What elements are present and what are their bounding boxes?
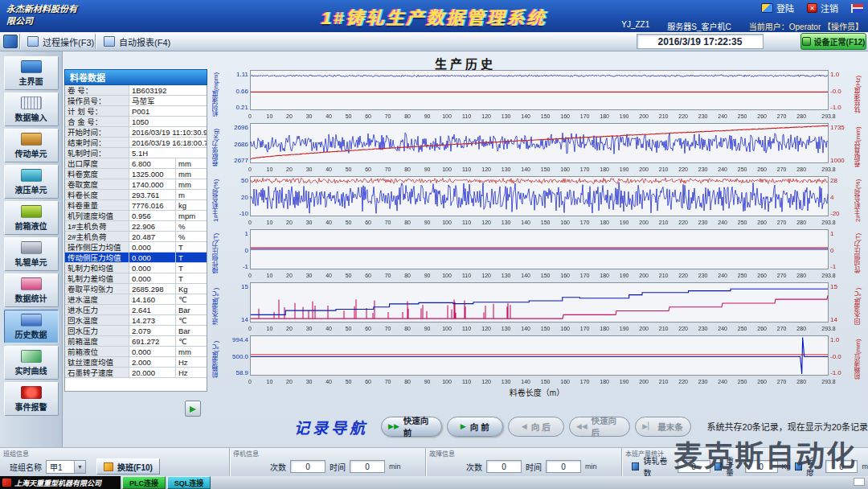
logout-button[interactable]: ✕ 注销 <box>807 2 838 14</box>
chart-right-axis-label: 传动侧压力(T) <box>853 227 863 280</box>
chart-left-axis-label: 1#主机负荷(%) <box>211 174 221 227</box>
row-value: 6.800 <box>129 158 176 168</box>
fast-back-icon: ◀◀ <box>576 422 588 430</box>
nav-button-fast-back: ◀◀快速向后 <box>569 417 630 437</box>
device-status-icon <box>802 37 811 46</box>
row-unit: ℃ <box>176 336 207 346</box>
change-shift-icon <box>104 462 113 471</box>
fault-count-label: 次数 <box>466 461 482 473</box>
row-unit: Hz <box>176 368 207 377</box>
row-label: 进水压力 <box>65 305 129 314</box>
tab-auto-report[interactable]: 自动报表(F4) <box>97 32 177 51</box>
row-unit: mm <box>176 169 207 179</box>
downtime-count-label: 次数 <box>270 461 286 473</box>
chart-panel: 卷取张力(Kg)卷取直径(mm) <box>211 121 863 174</box>
sidebar-item-history-data[interactable]: 历史数据 <box>4 310 59 343</box>
current-user: 当前用户：Operator 【操作员】 <box>749 20 863 32</box>
tabbar: 过程操作(F3) 自动报表(F4) 2016/3/19 17:22:35 设备正… <box>0 32 868 51</box>
nav-button-forward[interactable]: ▶向 前 <box>447 417 503 437</box>
sidebar-item-data-stats[interactable]: 数据统计 <box>4 273 59 307</box>
row-value: 0.000 <box>129 273 176 283</box>
fault-time-label: 时间 <box>526 461 542 473</box>
row-unit: mpm <box>176 211 207 220</box>
row-value: 2016/03/19 11:10:30.9 <box>129 127 207 137</box>
fault-time-value: 0 <box>546 460 581 473</box>
window-icon[interactable] <box>3 35 18 48</box>
coil-data-panel: 料卷数据 卷 号：1B603192操作员号：马堃军计 划 号：P001合 金 号… <box>64 69 207 392</box>
nav-button-label: 快速向前 <box>403 414 435 438</box>
device-status-button[interactable]: 设备正常(F12) <box>800 33 866 50</box>
row-unit: kg <box>176 200 207 210</box>
change-shift-button[interactable]: 换班(F10) <box>96 458 160 475</box>
row-value: 1740.000 <box>129 179 176 189</box>
row-label: 料卷长度 <box>65 190 129 199</box>
row-value: 马堃军 <box>129 96 207 105</box>
record-count-summary: 系统共存20条记录，现在显示为20条记录 <box>707 420 868 433</box>
row-label: 传动侧压力均值 <box>65 253 129 262</box>
process-tab-icon <box>27 36 39 47</box>
sidebar-item-label: 事件报警 <box>15 401 47 413</box>
logout-icon: ✕ <box>807 3 817 13</box>
row-value: 2.079 <box>129 326 176 335</box>
fault-count-value: 0 <box>486 460 522 473</box>
chart-right-axis-label: 卷取直径(mm) <box>853 121 863 174</box>
sql-connect-button[interactable]: SQL连接 <box>167 476 211 489</box>
logout-label: 注销 <box>821 2 838 14</box>
row-value: 2016/03/19 16:18:00.7 <box>129 138 207 147</box>
row-label: 回水温度 <box>65 315 129 325</box>
station-name: YJ_ZZ1 <box>621 20 649 32</box>
row-value: 20.000 <box>129 368 176 377</box>
shift-info-group: 班组信息 班组名称 甲1 ▼ 换班(F10) <box>0 448 230 476</box>
resize-grip <box>854 478 865 486</box>
coil-count-label: 铸轧卷数 <box>643 454 673 479</box>
login-button[interactable]: 登陆 <box>761 2 794 14</box>
sidebar-item-data-input[interactable]: 数据输入 <box>4 92 59 126</box>
table-row[interactable]: 石墨转子速度20.000Hz <box>65 368 207 378</box>
level-icon <box>21 205 42 218</box>
row-label: 轧制力差均值 <box>65 273 129 283</box>
chart-right-axis-label: 2#主机负荷(%) <box>853 174 863 227</box>
row-unit: mm <box>176 158 207 168</box>
back-icon: ◀ <box>522 422 527 430</box>
forward-icon: ▶ <box>461 422 466 430</box>
sidebar-item-main[interactable]: 主界面 <box>4 56 59 90</box>
row-unit: T <box>176 253 207 262</box>
datetime-display: 2016/3/19 17:22:35 <box>637 34 764 49</box>
sidebar-item-label: 数据输入 <box>15 111 47 123</box>
sidebar-item-event-alarm[interactable]: 事件报警 <box>4 382 59 416</box>
row-label: 机列速度均值 <box>65 211 129 220</box>
export-icon[interactable] <box>185 401 201 417</box>
row-label: 开始时间： <box>65 127 129 137</box>
tab-process-operation[interactable]: 过程操作(F3) <box>21 32 100 51</box>
main-content: 生产历史 料卷数据 卷 号：1B603192操作员号：马堃军计 划 号：P001… <box>63 51 868 447</box>
record-navigation: 记录导航 ▶▶快速向前▶向 前◀向 后◀◀快速向后▶▏最末条 系统共存20条记录… <box>63 415 868 438</box>
status-bar: 上海天重重型机器有限公司 PLC连接 SQL连接 <box>0 476 868 489</box>
downtime-time-value: 0 <box>350 460 385 473</box>
row-value: 0.000 <box>129 347 176 356</box>
sidebar-item-hydraulic-unit[interactable]: 液压单元 <box>4 165 59 199</box>
row-value: 293.761 <box>129 190 176 199</box>
nav-button-fast-forward[interactable]: ▶▶快速向前 <box>381 417 442 437</box>
topbar: 永杰新材料股份有 限公司 1#铸轧生产数据管理系统 登陆 ✕ 注销 YJ_ZZ1… <box>0 0 868 32</box>
row-label: 计 划 号： <box>65 106 129 116</box>
flag-icon <box>851 4 863 13</box>
chart-panel: 进水温度(℃)回水温度(℃) <box>211 280 863 333</box>
sidebar-item-headbox-level[interactable]: 前箱液位 <box>4 201 59 235</box>
sidebar-item-roll-unit[interactable]: 轧辊单元 <box>4 237 59 271</box>
row-label: 合 金 号： <box>65 117 129 126</box>
chart-left-axis-label: 进水温度(℃) <box>211 280 221 333</box>
chart-canvas-5 <box>221 333 853 386</box>
length-value: 0 <box>825 460 858 473</box>
shift-select[interactable]: 甲1 ▼ <box>46 460 86 474</box>
chart-left-axis-label: 卷取张力(Kg) <box>211 121 221 174</box>
vendor-logo-icon <box>2 479 11 487</box>
chevron-down-icon: ▼ <box>74 461 85 473</box>
sidebar-item-drive-unit[interactable]: 传动单元 <box>4 129 59 162</box>
plc-connect-button[interactable]: PLC连接 <box>122 476 166 489</box>
row-label: 钛丝速度均值 <box>65 357 129 367</box>
row-label: 卷 号： <box>65 85 129 95</box>
sidebar-item-realtime-curve[interactable]: 实时曲线 <box>4 346 59 380</box>
row-label: 料卷宽度 <box>65 169 129 179</box>
sidebar-item-label: 主界面 <box>19 75 43 87</box>
nav-button-last-record: ▶▏最末条 <box>635 417 691 437</box>
